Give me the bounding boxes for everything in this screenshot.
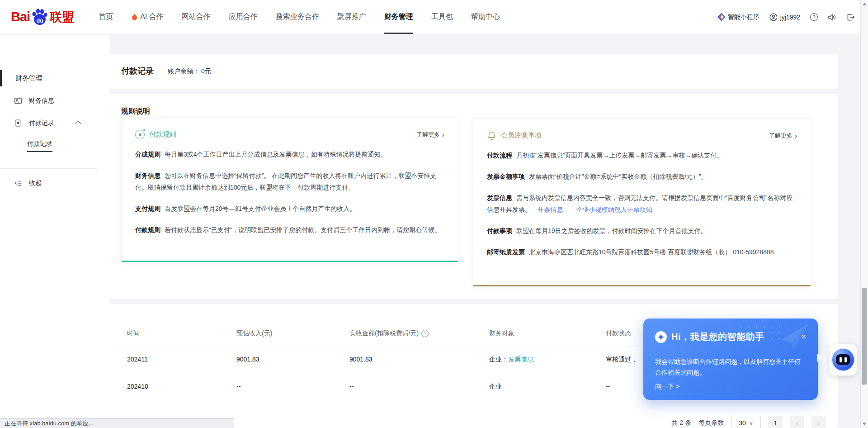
- sound-icon[interactable]: [828, 13, 836, 21]
- nav-screen-promotion[interactable]: 聚屏推广: [337, 0, 366, 34]
- scroll-down-arrow-icon[interactable]: [863, 423, 866, 425]
- nav-website-label: 网站合作: [182, 12, 211, 22]
- rules-panel: 规则说明 ¥ 付款规则 了解更多 › 分成规则每月第3或4个工作日产出上月分成信…: [110, 94, 838, 299]
- small-taxpayer-notice-link[interactable]: 企业小规模纳税人开票须知: [576, 206, 652, 213]
- rule-label: 付款事项: [487, 227, 512, 234]
- col-header-finance-entity: 财务对象: [489, 329, 514, 338]
- row1-entity: 企业：发票信息: [489, 356, 533, 364]
- nav-toolkit-label: 工具包: [431, 12, 453, 22]
- finance-info-icon: [14, 96, 23, 105]
- browser-status-tooltip: 正在等待 xlab.baidu.com 的响应...: [0, 418, 234, 428]
- total-count: 共 2 条: [671, 419, 691, 427]
- rule-item: 付款规则若付款状态显示“已支付”，说明联盟已安排了您的付款。支付后三个工作日内到…: [135, 224, 444, 236]
- payment-rules-more-link[interactable]: 了解更多 ›: [416, 131, 444, 139]
- username-label: jyj1992: [780, 14, 800, 21]
- row2-actual: --: [349, 383, 354, 390]
- logo-text-bai: Bai: [11, 10, 30, 24]
- collapse-icon: [14, 179, 23, 188]
- current-page-button[interactable]: 1: [768, 416, 783, 428]
- per-page-select[interactable]: 30 ∨: [731, 416, 761, 428]
- nav-app-cooperation[interactable]: 应用合作: [229, 0, 258, 34]
- prev-page-button[interactable]: ‹: [790, 416, 804, 428]
- nav-home[interactable]: 首页: [99, 0, 113, 34]
- column-help-icon[interactable]: ?: [421, 330, 429, 337]
- nav-home-label: 首页: [99, 12, 113, 22]
- assistant-title: Hi，我是您的智能助手: [671, 331, 764, 343]
- close-icon[interactable]: ×: [801, 332, 806, 341]
- more-label: 了解更多: [416, 131, 440, 139]
- nav-search-label: 搜索业务合作: [276, 12, 319, 22]
- nav-toolkit[interactable]: 工具包: [431, 0, 453, 34]
- per-page-label: 每页条数: [698, 419, 724, 427]
- nav-app-label: 应用合作: [229, 12, 258, 22]
- rule-item: 支付规则百度联盟会在每月20号—31号支付企业会员上个自然月产生的收入。: [135, 203, 444, 214]
- sidebar-divider: [0, 168, 97, 169]
- baidu-paw-icon: du: [30, 8, 49, 27]
- miniprogram-link[interactable]: 智能小程序: [717, 13, 760, 21]
- caret-down-icon: ∨: [750, 420, 753, 426]
- baidu-union-finance-page: Bai du 联盟 首页 AI 合作 网站合作: [0, 0, 868, 428]
- topbar: Bai du 联盟 首页 AI 合作 网站合作: [0, 0, 868, 34]
- bell-icon: [487, 131, 496, 140]
- sidebar-subitem-payment-record[interactable]: 付款记录: [0, 138, 110, 154]
- chevron-up-icon[interactable]: [75, 121, 81, 127]
- invoice-info-link[interactable]: 开票信息: [538, 206, 563, 213]
- nav-website-cooperation[interactable]: 网站合作: [182, 0, 211, 34]
- page-header-panel: 付款记录 账户余额：0元: [110, 54, 838, 89]
- sidebar-item-payment-record[interactable]: 付款记录: [0, 115, 110, 131]
- ask-now-link[interactable]: 问一下 >: [655, 383, 679, 391]
- sidebar-collapse-label: 收起: [29, 179, 42, 187]
- member-notes-more-link[interactable]: 了解更多 ›: [769, 132, 797, 140]
- sidebar-collapse-button[interactable]: 收起: [0, 175, 110, 191]
- yen-circle-icon: ¥: [135, 130, 145, 139]
- row1-actual: 9001.83: [349, 356, 373, 363]
- col-header-time: 时间: [127, 329, 140, 338]
- next-page-button[interactable]: ›: [811, 416, 826, 428]
- row1-invoice-info-link[interactable]: 发票信息: [508, 356, 533, 363]
- status-text: 正在等待 xlab.baidu.com 的响应...: [5, 419, 94, 428]
- nav-ai-cooperation[interactable]: AI 合作: [131, 0, 164, 34]
- nav-ai-label: AI 合作: [140, 12, 164, 22]
- baidu-union-logo[interactable]: Bai du 联盟: [11, 8, 74, 27]
- vertical-scrollbar[interactable]: [860, 0, 868, 428]
- rule-text: 发票票面“价税合计”金额=系统中“实收金额（扣除税费后/元）”。: [529, 173, 708, 180]
- rules-section-title: 规则说明: [121, 107, 150, 116]
- nav-screen-label: 聚屏推广: [337, 12, 366, 22]
- chevron-right-icon: ›: [818, 419, 820, 427]
- balance-value: 0元: [201, 67, 211, 75]
- scroll-up-arrow-icon[interactable]: [863, 3, 866, 5]
- rule-label: 付款流程: [487, 152, 512, 159]
- row2-time: 202410: [127, 383, 148, 390]
- logo-text-union: 联盟: [50, 9, 74, 25]
- compass-icon: [655, 331, 667, 343]
- rule-item: 发票信息需与系统内发票信息内容完全一致，否则无法支付。请根据发票信息页面中“百度…: [487, 192, 797, 215]
- rule-item: 发票金额事项发票票面“价税合计”金额=系统中“实收金额（扣除税费后/元）”。: [487, 171, 797, 182]
- assistant-popup: Hi，我是您的智能助手 × 我会帮助您诊断合作链路问题，以及解答您关于任何合作相…: [643, 319, 818, 400]
- user-account[interactable]: jyj1992: [769, 13, 800, 21]
- balance-label: 账户余额：: [168, 67, 199, 75]
- chevron-left-icon: ‹: [796, 419, 798, 427]
- col-header-estimated-income: 预估收入(元): [236, 329, 272, 338]
- chevron-right-icon: ›: [795, 132, 797, 139]
- more-label: 了解更多: [769, 132, 793, 140]
- robot-face-icon: [831, 348, 855, 371]
- sidebar: 财务管理 财务信息 付款记录 付款记录: [0, 35, 110, 428]
- assistant-avatar-button[interactable]: [830, 344, 857, 376]
- table-divider: [110, 401, 838, 401]
- sidebar-section-finance-management: 财务管理: [0, 70, 110, 86]
- rule-label: 财务信息: [135, 172, 160, 179]
- nav-finance-management[interactable]: 财务管理: [384, 0, 413, 34]
- sidebar-item-finance-info[interactable]: 财务信息: [0, 93, 110, 109]
- rule-item: 分成规则每月第3或4个工作日产出上月分成信息及发票信息，如有特殊情况将提前通知。: [135, 148, 444, 160]
- col-header-actual-amount: 实收金额(扣除税费后/元) ?: [349, 329, 429, 338]
- per-page-value: 30: [739, 419, 746, 427]
- help-icon[interactable]: ?: [810, 13, 818, 21]
- rule-label: 分成规则: [135, 151, 160, 158]
- nav-search-cooperation[interactable]: 搜索业务合作: [276, 0, 319, 34]
- logout-icon[interactable]: [846, 13, 854, 21]
- miniprogram-diamond-icon: [717, 13, 725, 21]
- rule-label: 付款规则: [135, 226, 160, 233]
- scrollbar-thumb[interactable]: [862, 288, 867, 385]
- col-header-payment-status: 付款状态: [606, 329, 631, 338]
- nav-help-center[interactable]: 帮助中心: [471, 0, 500, 34]
